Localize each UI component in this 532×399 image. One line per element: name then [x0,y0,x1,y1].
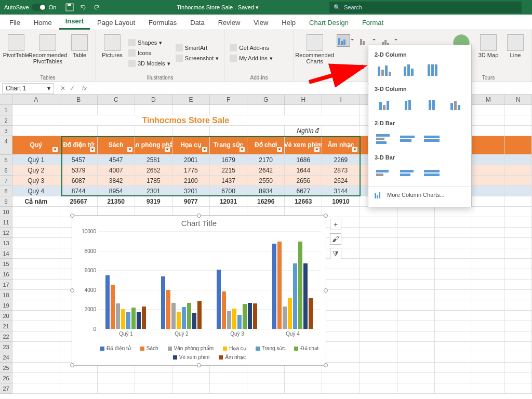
cell[interactable]: 6677 [285,186,322,196]
cell[interactable]: 1644 [285,165,322,176]
filter-arrow[interactable] [164,147,170,153]
bar[interactable] [283,307,287,329]
cell[interactable] [285,383,322,394]
3d-map-button[interactable]: 3D Map [475,32,501,74]
redo-icon[interactable] [92,3,101,11]
cell[interactable] [12,311,60,321]
cell[interactable]: 1679 [210,155,247,165]
tab-format[interactable]: Format [356,16,390,30]
table-header[interactable]: Vé xem phim [285,136,322,155]
bar[interactable] [237,315,242,329]
filter-arrow[interactable] [239,147,245,153]
cell[interactable] [435,363,472,373]
row-head-21[interactable]: 21 [0,321,12,331]
cell[interactable] [360,383,397,394]
more-column-charts-button[interactable]: More Column Charts... [368,187,471,203]
chart-legend[interactable]: Đồ điện tửSáchVăn phòng phẩmHọa cụTrang … [98,345,321,360]
cell[interactable] [472,352,504,363]
row-head-26[interactable]: 26 [0,373,12,383]
cell[interactable]: 25667 [60,196,98,207]
table-header[interactable]: Âm nhạc [322,136,360,155]
100-stacked-column-option[interactable] [422,63,442,77]
cell[interactable] [12,126,60,136]
cell[interactable] [322,331,360,342]
col-head-C[interactable]: C [98,95,135,104]
tab-formulas[interactable]: Formulas [142,16,183,30]
tab-page-layout[interactable]: Page Layout [91,16,141,30]
cell[interactable] [172,105,210,115]
cell[interactable] [472,228,504,238]
cell[interactable]: 6087 [60,176,98,186]
cell[interactable] [360,248,397,259]
cell[interactable]: 9319 [135,196,172,207]
row-head-12[interactable]: 12 [0,228,12,238]
cell[interactable] [472,155,504,165]
cell[interactable] [12,280,60,290]
cell[interactable] [504,165,532,176]
legend-item[interactable]: Văn phòng phẩm [168,345,214,351]
line-sparkline-button[interactable]: Line [502,32,528,74]
cell[interactable] [397,259,435,269]
row-head-4[interactable]: 4 [0,136,12,155]
bar[interactable] [177,312,181,329]
cell[interactable] [472,383,504,394]
cell[interactable] [472,363,504,373]
cell[interactable] [435,300,472,311]
row-head-13[interactable]: 13 [0,238,12,248]
cell[interactable] [247,126,285,136]
cell[interactable] [12,290,60,300]
3d-clustered-bar-option[interactable] [375,166,394,180]
cell[interactable] [504,300,532,311]
cell[interactable] [435,228,472,238]
cell[interactable] [360,321,397,331]
cell[interactable] [472,136,504,155]
bar[interactable] [105,275,110,329]
cell[interactable] [397,290,435,300]
cell[interactable] [504,155,532,165]
cell[interactable] [435,311,472,321]
cell[interactable]: 2001 [172,155,210,165]
cell[interactable] [322,269,360,280]
col-head-A[interactable]: A [12,95,60,104]
cell[interactable]: 12663 [285,196,322,207]
cell[interactable]: 8934 [247,186,285,196]
legend-item[interactable]: Âm nhạc [219,354,246,360]
cell[interactable]: 5379 [60,165,98,176]
table-button[interactable]: Table [66,32,92,74]
cell[interactable]: Quý 1 [12,155,60,165]
cell[interactable] [472,342,504,352]
cell[interactable] [472,196,504,207]
cell[interactable] [397,342,435,352]
row-head-23[interactable]: 23 [0,342,12,352]
cell[interactable] [435,248,472,259]
cell[interactable] [98,105,135,115]
cell[interactable] [397,331,435,342]
cell[interactable] [504,196,532,207]
cell[interactable] [172,383,210,394]
bar[interactable] [272,244,276,329]
tab-help[interactable]: Help [275,16,302,30]
cell[interactable] [472,321,504,331]
col-head-F[interactable]: F [210,95,247,104]
row-head-17[interactable]: 17 [0,280,12,290]
bar[interactable] [161,276,165,329]
cell[interactable]: 2215 [210,165,247,176]
tab-review[interactable]: Review [212,16,247,30]
pivottable-button[interactable]: PivotTable [3,32,29,74]
cell[interactable] [360,280,397,290]
bar[interactable] [293,263,297,329]
cell[interactable] [12,259,60,269]
cell[interactable] [322,321,360,331]
shapes-button[interactable]: Shapes ▾ [126,38,172,47]
cell[interactable] [504,186,532,196]
cell[interactable] [472,105,504,115]
col-head-M[interactable]: M [472,95,504,104]
chart-elements-button[interactable]: + [330,219,341,230]
cell[interactable] [397,321,435,331]
cell[interactable] [12,342,60,352]
cell[interactable] [322,207,360,217]
cell[interactable] [397,383,435,394]
row-head-27[interactable]: 27 [0,383,12,394]
row-head-6[interactable]: 6 [0,165,12,176]
cell[interactable] [397,300,435,311]
